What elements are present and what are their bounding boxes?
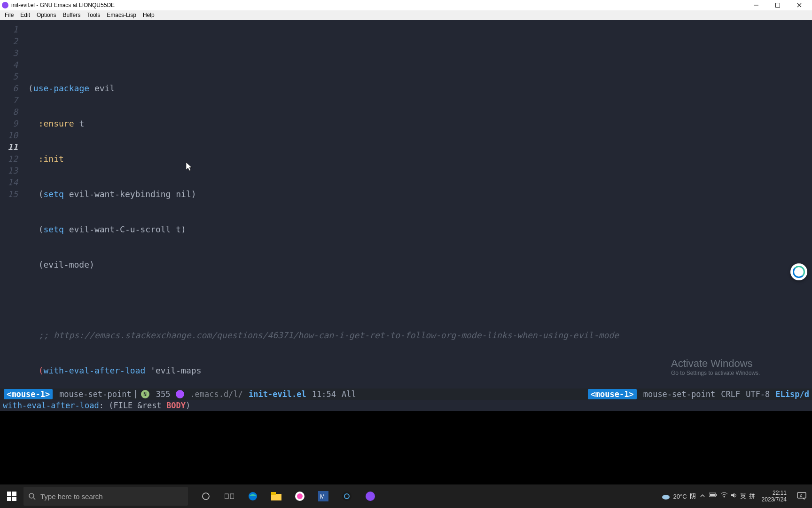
edge-app-icon[interactable]	[242, 484, 264, 508]
matching-open-paren: (	[28, 365, 44, 375]
search-placeholder: Type here to search	[40, 492, 103, 500]
volume-icon[interactable]	[731, 492, 737, 500]
title-bar: init-evil.el - GNU Emacs at LIONQU55DE	[0, 0, 812, 10]
svg-point-28	[723, 496, 725, 498]
menu-emacs-lisp[interactable]: Emacs-Lisp	[104, 12, 139, 18]
menu-options[interactable]: Options	[34, 12, 59, 18]
mouse-command-right: mouse-set-point	[640, 389, 718, 399]
svg-rect-12	[225, 494, 228, 499]
cursor-position: 11:54	[309, 389, 339, 399]
activate-windows-watermark: Activate Windows Go to Settings to activ…	[671, 357, 793, 376]
ime-language-2[interactable]: 拼	[749, 492, 755, 500]
svg-rect-13	[230, 494, 234, 499]
svg-rect-15	[271, 494, 281, 500]
svg-rect-8	[12, 497, 16, 501]
major-mode: ELisp/d	[773, 389, 812, 399]
system-tray: 英 拼	[709, 492, 755, 500]
mobaxterm-app-icon[interactable]: M	[312, 484, 335, 508]
svg-point-23	[366, 492, 375, 501]
search-icon	[28, 492, 36, 500]
svg-marker-29	[731, 493, 734, 498]
svg-rect-5	[7, 492, 11, 496]
line-number-gutter: 123 456 789 101112 131415	[0, 24, 22, 200]
file-explorer-icon[interactable]	[265, 484, 288, 508]
task-view-button[interactable]	[195, 484, 217, 508]
window-title: init-evil.el - GNU Emacs at LIONQU55DE	[11, 2, 115, 8]
menu-bar: File Edit Options Buffers Tools Emacs-Li…	[0, 10, 812, 20]
svg-point-11	[203, 493, 209, 500]
notification-center-button[interactable]: 2	[793, 492, 810, 500]
evil-state-badge: N	[141, 390, 149, 398]
wifi-icon[interactable]	[720, 492, 728, 500]
encoding-indicator: UTF-8	[743, 389, 773, 399]
buffer-filename: init-evil.el	[246, 389, 309, 399]
svg-rect-26	[716, 494, 717, 496]
menu-tools[interactable]: Tools	[84, 12, 103, 18]
svg-rect-7	[7, 497, 11, 501]
svg-rect-16	[271, 492, 276, 495]
svg-marker-4	[186, 162, 192, 171]
svg-rect-6	[12, 492, 16, 496]
editor-area[interactable]: 123 456 789 101112 131415 (use-package e…	[0, 20, 812, 391]
obs-app-icon[interactable]	[336, 484, 358, 508]
mouse-event-pill-right: <mouse-1>	[588, 389, 637, 399]
minimize-button[interactable]	[745, 0, 767, 10]
svg-marker-31	[803, 498, 804, 500]
svg-point-18	[297, 493, 303, 499]
taskbar-clock[interactable]: 22:11 2023/7/24	[759, 490, 789, 503]
svg-rect-1	[776, 3, 780, 8]
edge-beta-overlay-icon[interactable]	[790, 263, 807, 280]
mouse-event-pill-left: <mouse-1>	[4, 389, 53, 399]
svg-point-9	[29, 493, 34, 498]
eol-indicator: CRLF	[718, 389, 743, 399]
tray-chevron-up-icon[interactable]	[700, 493, 705, 500]
battery-icon[interactable]	[709, 492, 718, 500]
char-position: 355	[153, 389, 173, 399]
svg-text:M: M	[320, 493, 325, 500]
mouse-command-left: mouse-set-point	[56, 389, 134, 399]
emacs-icon	[2, 2, 8, 8]
svg-point-24	[662, 495, 670, 500]
menu-help[interactable]: Help	[140, 12, 157, 18]
scroll-percent: All	[339, 389, 359, 399]
cortana-button[interactable]	[218, 484, 241, 508]
close-button[interactable]	[789, 0, 810, 10]
maximize-button[interactable]	[767, 0, 789, 10]
ime-language-1[interactable]: 英	[740, 492, 746, 500]
menu-buffers[interactable]: Buffers	[60, 12, 83, 18]
project-icon	[176, 390, 184, 398]
menu-edit[interactable]: Edit	[17, 12, 33, 18]
separator-icon	[135, 390, 136, 398]
copilot-app-icon[interactable]	[289, 484, 311, 508]
echo-area: with-eval-after-load: (FILE &rest BODY)	[0, 400, 812, 411]
mode-line[interactable]: <mouse-1> mouse-set-point N 355 .emacs.d…	[0, 389, 812, 400]
taskbar-pinned-apps: M	[195, 484, 382, 508]
buffer-path-dim: .emacs.d/l/	[187, 389, 246, 399]
start-button[interactable]	[0, 484, 23, 508]
svg-text:2: 2	[799, 493, 802, 498]
letterbox-band	[0, 411, 812, 484]
emacs-app-icon[interactable]	[359, 484, 382, 508]
menu-file[interactable]: File	[2, 12, 16, 18]
svg-rect-27	[710, 494, 715, 496]
taskbar-search[interactable]: Type here to search	[23, 487, 188, 506]
cloud-icon	[661, 492, 671, 500]
svg-point-21	[342, 492, 351, 501]
svg-line-10	[33, 498, 35, 500]
windows-taskbar: Type here to search M 20°C 阴 英 拼 22:11 2	[0, 484, 812, 508]
weather-widget[interactable]: 20°C 阴	[661, 492, 696, 500]
